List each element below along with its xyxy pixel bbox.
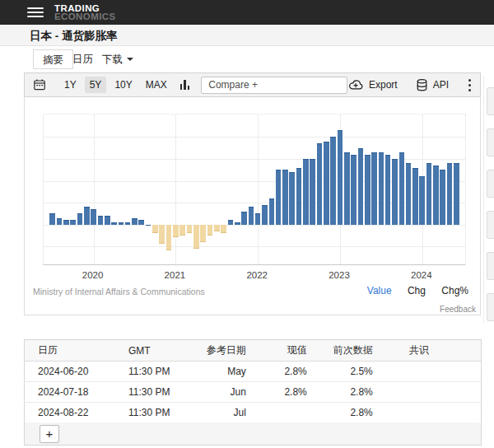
inflation-bar[interactable]	[146, 225, 151, 226]
inflation-bar[interactable]	[276, 170, 282, 224]
inflation-bar[interactable]	[282, 170, 288, 224]
view-chgpct-link[interactable]: Chg%	[441, 285, 468, 296]
range-5y-button[interactable]: 5Y	[85, 77, 107, 93]
inflation-bar[interactable]	[412, 168, 418, 225]
cell-date: 2024-07-18	[25, 382, 115, 403]
range-10y-button[interactable]: 10Y	[110, 77, 137, 93]
inflation-bar[interactable]	[235, 222, 240, 225]
chart-type-columns-icon[interactable]	[180, 80, 192, 90]
inflation-bar[interactable]	[166, 225, 172, 251]
inflation-bar[interactable]	[303, 159, 309, 225]
inflation-bar[interactable]	[255, 213, 261, 224]
inflation-bar[interactable]	[392, 159, 398, 225]
inflation-bar[interactable]	[63, 220, 69, 224]
inflation-bar[interactable]	[330, 137, 336, 224]
chart-source: Ministry of Internal Affairs & Communica…	[33, 287, 205, 296]
add-row-button[interactable]: +	[40, 425, 59, 443]
inflation-bar[interactable]	[132, 218, 137, 225]
inflation-bar[interactable]	[159, 225, 165, 245]
inflation-bar[interactable]	[228, 220, 234, 224]
inflation-bar[interactable]	[152, 225, 158, 234]
inflation-bar[interactable]	[454, 163, 459, 224]
inflation-bar[interactable]	[447, 163, 453, 224]
plot-area[interactable]	[43, 114, 466, 265]
inflation-bar[interactable]	[419, 176, 425, 225]
inflation-bar[interactable]	[385, 155, 391, 225]
cutoff-panel-block	[487, 252, 494, 280]
date-range-calendar-icon[interactable]	[33, 78, 46, 91]
database-icon	[416, 78, 428, 92]
inflation-bar[interactable]	[296, 168, 302, 225]
inflation-bar[interactable]	[214, 225, 220, 231]
inflation-bar[interactable]	[173, 225, 179, 238]
tab-download[interactable]: 下载	[102, 49, 133, 69]
inflation-bar[interactable]	[317, 143, 323, 224]
chart-toolbar: 1Y 5Y 10Y MAX Export AP	[24, 72, 481, 97]
inflation-bar[interactable]	[119, 222, 124, 225]
inflation-bar[interactable]	[310, 159, 315, 225]
inflation-bar[interactable]	[221, 225, 226, 234]
top-navigation-bar: TRADING ECONOMICS	[0, 0, 494, 25]
inflation-bar[interactable]	[193, 225, 199, 249]
cutoff-panel-block	[487, 128, 494, 156]
tab-summary[interactable]: 摘要	[34, 49, 73, 69]
inflation-bar[interactable]	[111, 222, 117, 225]
calendar-table-header-row: 日历 GMT 参考日期 现值 前次数据 共识	[25, 340, 482, 362]
compare-input[interactable]	[201, 77, 347, 94]
table-row[interactable]: 2024-07-18 11:30 PM Jun 2.8% 2.8%	[25, 382, 482, 403]
inflation-bar[interactable]	[344, 152, 350, 225]
inflation-bar[interactable]	[91, 209, 96, 225]
inflation-bar[interactable]	[57, 218, 63, 225]
range-1y-button[interactable]: 1Y	[59, 77, 82, 93]
export-button[interactable]: Export	[347, 78, 398, 91]
inflation-bar[interactable]	[249, 207, 254, 224]
tab-calendar[interactable]: 日历	[72, 49, 93, 69]
site-logo[interactable]: TRADING ECONOMICS	[54, 4, 116, 21]
inflation-bar[interactable]	[125, 222, 131, 225]
table-footer: +	[24, 422, 482, 446]
inflation-bar[interactable]	[365, 155, 370, 225]
inflation-bar[interactable]	[241, 212, 247, 225]
inflation-bar[interactable]	[338, 130, 343, 224]
cell-consensus	[386, 382, 482, 403]
cell-gmt: 11:30 PM	[115, 403, 193, 423]
inflation-bar[interactable]	[351, 155, 357, 225]
table-row[interactable]: 2024-06-20 11:30 PM May 2.8% 2.5%	[25, 362, 482, 382]
cell-date: 2024-06-20	[25, 362, 115, 382]
inflation-bar[interactable]	[84, 207, 90, 224]
inflation-bar[interactable]	[77, 213, 83, 224]
inflation-bar[interactable]	[105, 216, 110, 225]
inflation-bar[interactable]	[440, 170, 445, 224]
inflation-bar[interactable]	[49, 213, 55, 224]
inflation-bar[interactable]	[399, 152, 405, 225]
feedback-link[interactable]: Feedback	[440, 305, 476, 314]
inflation-bar[interactable]	[371, 152, 377, 225]
inflation-bar[interactable]	[358, 148, 364, 225]
inflation-bar[interactable]	[289, 172, 295, 225]
more-options-kebab-icon[interactable]	[464, 77, 475, 92]
view-chg-link[interactable]: Chg	[408, 285, 426, 296]
inflation-bar[interactable]	[70, 220, 76, 224]
col-header-actual: 现值	[271, 340, 320, 362]
inflation-bar[interactable]	[379, 152, 384, 225]
hamburger-menu-icon[interactable]	[27, 7, 44, 18]
inflation-bar[interactable]	[187, 225, 193, 234]
x-axis-labels: 20202021202220232024	[43, 270, 466, 282]
inflation-bar[interactable]	[98, 216, 104, 225]
chart-view-switcher: Value Chg Chg%	[354, 285, 468, 296]
inflation-bar[interactable]	[406, 163, 412, 224]
inflation-bar[interactable]	[138, 220, 144, 224]
inflation-bar[interactable]	[269, 198, 275, 225]
range-max-button[interactable]: MAX	[141, 77, 172, 93]
view-value-link[interactable]: Value	[367, 285, 392, 296]
table-row[interactable]: 2024-08-22 11:30 PM Jul 2.8%	[25, 403, 482, 423]
api-button[interactable]: API	[416, 78, 449, 92]
inflation-bar[interactable]	[207, 225, 213, 236]
inflation-bar[interactable]	[262, 205, 268, 225]
trading-economics-page: TRADING ECONOMICS 日本 - 通货膨胀率 摘要 日历 下载 1Y	[0, 0, 494, 448]
inflation-bar[interactable]	[433, 166, 439, 225]
inflation-bar[interactable]	[324, 142, 329, 225]
inflation-bar[interactable]	[426, 163, 432, 224]
inflation-bar[interactable]	[179, 225, 185, 236]
inflation-bar[interactable]	[200, 225, 206, 242]
